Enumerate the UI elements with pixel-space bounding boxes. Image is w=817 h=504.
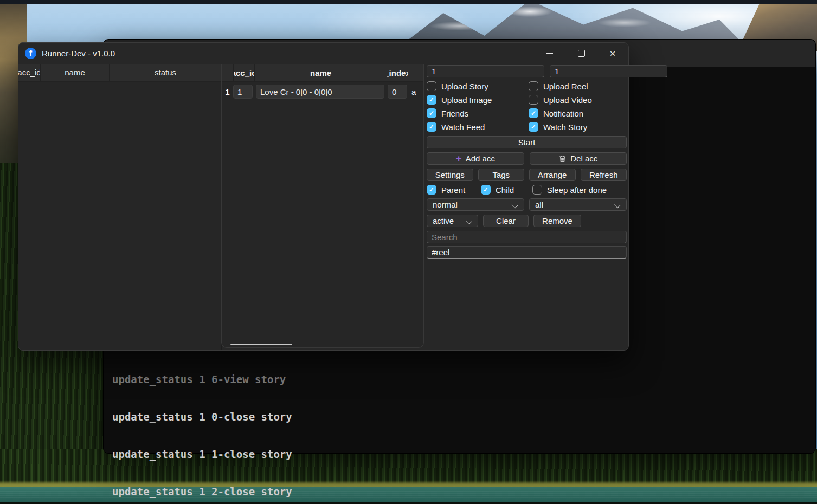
checkbox-icon — [427, 185, 436, 195]
column-header-status[interactable]: status — [109, 64, 221, 81]
accounts-table-header: acc_id name _index — [222, 64, 423, 82]
search-input[interactable] — [427, 231, 627, 243]
close-button[interactable]: × — [597, 43, 628, 64]
column-header-acc-id[interactable]: acc_id — [233, 64, 254, 81]
chevron-down-icon — [466, 218, 472, 224]
control-panel: Upload Story Upload Reel Upload Image Up… — [424, 64, 628, 350]
column-header-index[interactable]: _index — [387, 64, 408, 81]
terminal-line: update_status 1 6-view story — [112, 373, 323, 386]
cell-extra[interactable]: a — [410, 85, 423, 99]
cell-acc-id[interactable]: 1 — [233, 85, 253, 99]
clear-button[interactable]: Clear — [483, 215, 529, 227]
mode-checkboxes-row: Parent Child Sleep after done — [427, 185, 627, 195]
tools-buttons-row: Settings Tags Arrange Refresh — [427, 169, 627, 181]
scope-select[interactable]: all — [529, 198, 627, 211]
checkbox-parent[interactable]: Parent — [427, 185, 481, 195]
checkbox-label: Upload Reel — [543, 82, 588, 91]
checkbox-label: Child — [496, 185, 514, 195]
filter-selects-row: normal all — [427, 198, 627, 211]
add-acc-button[interactable]: + Add acc — [427, 152, 524, 165]
minimize-button[interactable] — [534, 43, 565, 64]
plus-icon: + — [456, 153, 462, 164]
checkbox-label: Watch Story — [543, 122, 587, 132]
row-number: 1 — [222, 87, 233, 96]
checkbox-label: Notification — [543, 109, 583, 118]
checkbox-icon — [532, 185, 542, 195]
checkbox-friends[interactable]: Friends — [427, 108, 529, 118]
row-number-header — [222, 64, 233, 81]
checkbox-label: Upload Image — [441, 95, 492, 105]
start-button[interactable]: Start — [427, 136, 627, 148]
terminal-line: update_status 1 2-close story — [112, 486, 323, 498]
tag-input[interactable] — [427, 246, 627, 259]
horizontal-scrollbar[interactable] — [230, 344, 292, 345]
terminal-output: update_status 1 6-view story update_stat… — [112, 348, 323, 504]
trash-icon — [558, 154, 567, 163]
column-header-name[interactable]: name — [40, 64, 109, 81]
del-acc-button[interactable]: Del acc — [530, 152, 627, 165]
terminal-line: update_status 1 1-close story — [112, 448, 323, 461]
checkbox-child[interactable]: Child — [481, 185, 532, 195]
account-buttons-row: + Add acc Del acc — [427, 152, 627, 165]
checkbox-upload-image[interactable]: Upload Image — [427, 95, 529, 105]
count-inputs-row — [427, 65, 627, 77]
checkbox-icon — [529, 95, 538, 105]
maximize-button[interactable] — [565, 43, 597, 64]
mode-select[interactable]: normal — [427, 198, 524, 211]
checkbox-sleep-after-done[interactable]: Sleep after done — [532, 185, 607, 195]
checkbox-icon — [427, 122, 436, 132]
cell-index[interactable]: 0 — [388, 85, 407, 99]
checkbox-icon — [481, 185, 491, 195]
window-controls: × — [534, 43, 628, 64]
count-input-right[interactable] — [550, 65, 667, 77]
column-header-name[interactable]: name — [254, 64, 387, 81]
checkbox-icon — [529, 108, 538, 118]
column-header-acc-id[interactable]: acc_id — [18, 64, 40, 81]
checkbox-label: Upload Story — [441, 82, 488, 91]
cell-name[interactable]: Love Cr - 0|0 - 0|0|0 — [256, 85, 384, 99]
checkbox-label: Friends — [441, 109, 468, 118]
remove-button[interactable]: Remove — [533, 215, 581, 227]
facebook-icon: f — [25, 48, 36, 59]
settings-button[interactable]: Settings — [427, 169, 473, 181]
checkbox-watch-story[interactable]: Watch Story — [529, 122, 627, 132]
window-title: Runner-Dev - v1.0.0 — [42, 49, 115, 58]
add-acc-label: Add acc — [466, 154, 495, 163]
checkbox-upload-reel[interactable]: Upload Reel — [529, 81, 627, 91]
checkbox-icon — [427, 95, 436, 105]
count-input-left[interactable] — [427, 65, 544, 77]
status-table[interactable]: acc_id name status — [18, 64, 222, 350]
account-row[interactable]: 1 1 Love Cr - 0|0 - 0|0|0 0 a — [222, 82, 423, 101]
checkbox-label: Parent — [441, 185, 465, 195]
close-icon: × — [609, 48, 615, 59]
checkbox-upload-story[interactable]: Upload Story — [427, 81, 529, 91]
checkbox-icon — [427, 81, 436, 91]
minimize-icon — [546, 53, 553, 54]
checkbox-notification[interactable]: Notification — [529, 108, 627, 118]
maximize-icon — [578, 50, 585, 57]
tag-row — [427, 246, 627, 259]
search-row — [427, 231, 627, 243]
desktop: update_status 1 6-view story update_stat… — [0, 0, 817, 504]
chevron-down-icon — [614, 202, 620, 208]
titlebar[interactable]: f Runner-Dev - v1.0.0 × — [18, 43, 628, 64]
chevron-down-icon — [512, 202, 518, 208]
del-acc-label: Del acc — [570, 154, 597, 163]
column-header-extra[interactable] — [408, 64, 423, 81]
refresh-button[interactable]: Refresh — [581, 169, 627, 181]
arrange-button[interactable]: Arrange — [529, 169, 576, 181]
scope-select-value: all — [535, 200, 543, 209]
runner-dev-window: f Runner-Dev - v1.0.0 × acc_id name stat… — [18, 42, 629, 351]
state-select[interactable]: active — [427, 215, 478, 227]
checkbox-label: Upload Video — [543, 95, 592, 105]
task-checkboxes: Upload Story Upload Reel Upload Image Up… — [427, 81, 627, 132]
mode-select-value: normal — [433, 200, 458, 209]
accounts-table[interactable]: acc_id name _index 1 1 Love Cr - 0|0 - 0… — [221, 64, 424, 348]
terminal-line: update_status 1 0-close story — [112, 411, 323, 423]
checkbox-label: Watch Feed — [441, 122, 485, 132]
tags-button[interactable]: Tags — [478, 169, 525, 181]
checkbox-upload-video[interactable]: Upload Video — [529, 95, 627, 105]
checkbox-icon — [427, 108, 436, 118]
state-actions-row: active Clear Remove — [427, 215, 627, 227]
checkbox-watch-feed[interactable]: Watch Feed — [427, 122, 529, 132]
